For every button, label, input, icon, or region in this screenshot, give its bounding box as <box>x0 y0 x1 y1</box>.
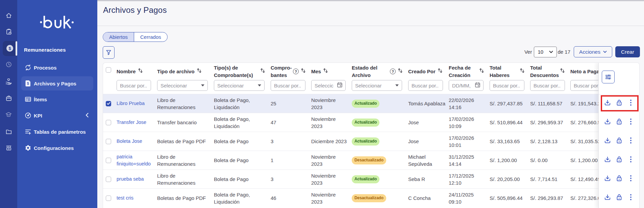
svg-text:$: $ <box>27 82 29 85</box>
